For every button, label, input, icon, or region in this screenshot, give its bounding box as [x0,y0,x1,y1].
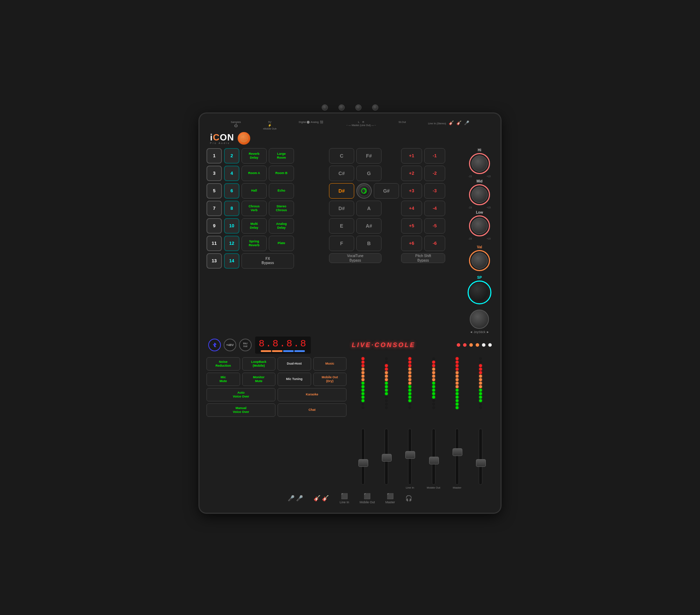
pitch-plus-2[interactable]: +2 [401,166,422,181]
svg-point-4 [362,188,366,193]
num-btn-10[interactable]: 10 [224,218,239,234]
note-btn-csharp[interactable]: C# [329,166,354,181]
num-btn-8[interactable]: 8 [224,201,239,216]
fx-btn-multi-delay[interactable]: MultiDelay [241,218,267,234]
fx-btn-stereo-chrous[interactable]: StereoChrous [269,201,294,216]
num-btn-1[interactable]: 1 [206,148,222,164]
note-btn-g[interactable]: G [356,166,382,181]
pitch-plus-5[interactable]: +5 [401,218,422,234]
note-btn-c[interactable]: C [329,148,354,164]
noise-reduction-button[interactable]: NoiseReduction [206,357,240,371]
fx-btn-plate[interactable]: Plate [269,236,294,251]
loopback-mobile-button[interactable]: LoopBack(Mobile) [242,357,276,371]
fx-btn-room-b[interactable]: Room B [269,166,294,181]
fx-btn-analog-delay[interactable]: AnalogDelay [269,218,294,234]
pitch-plus-4[interactable]: +4 [401,201,422,216]
num-btn-7[interactable]: 7 [206,201,222,216]
note-btn-asharp[interactable]: A# [356,218,382,234]
pitch-minus-3[interactable]: -3 [424,183,445,199]
auto-voice-over-button[interactable]: AutoVoice Over [206,388,275,401]
note-btn-dsharp-1[interactable]: D# [329,183,354,199]
num-btn-5[interactable]: 5 [206,183,222,199]
music-button[interactable]: Music [313,357,347,371]
fader-channel-mobileout: Mobile Out [422,357,444,489]
pitch-minus-2[interactable]: -2 [424,166,445,181]
num-btn-4[interactable]: 4 [224,166,239,181]
encoder-button[interactable] [356,183,372,199]
num-btn-13[interactable]: 13 [206,253,222,269]
pitch-minus-5[interactable]: -5 [424,218,445,234]
fader-handle-headphone[interactable] [476,459,486,467]
mic-mute-button[interactable]: MicMute [206,373,240,386]
mobileout-bottom-label: Mobile Out [359,500,375,504]
fader-track-headphone [479,429,482,485]
note-section: C F# C# G D# [329,148,399,263]
pitch-plus-3[interactable]: +3 [401,183,422,199]
chat-button[interactable]: Chat [278,403,346,417]
note-btn-f[interactable]: F [329,236,354,251]
mic-tuning-button[interactable]: Mic Tuning [278,373,311,386]
logo-area: iCON Pro Audio [206,130,493,148]
pitch-plus-1[interactable]: +1 [401,148,422,164]
manual-voice-over-button[interactable]: ManualVoice Over [206,403,275,417]
pitch-minus-1[interactable]: -1 [424,148,445,164]
num-btn-2[interactable]: 2 [224,148,239,164]
joystick-label: ◄ JoyStick ► [470,330,489,334]
note-btn-gsharp[interactable]: G# [374,183,399,199]
fx-btn-echo[interactable]: Echo [269,183,294,199]
pitch-shift-bypass-button[interactable]: Pitch ShiftBypass [401,253,445,263]
karaoke-button[interactable]: Karaoke [278,388,346,401]
icon-mobileout-group: ⬛ Mobile Out [359,493,375,504]
fader-channel-linein: Line In [399,357,421,489]
fader-handle-master[interactable] [453,448,462,456]
vocaltune-bypass-button[interactable]: VocalTuneBypass [329,253,382,263]
monitor-mute-button[interactable]: MonitorMute [242,373,276,386]
num-btn-3[interactable]: 3 [206,166,222,181]
note-btn-dsharp-2[interactable]: D# [329,201,354,216]
ctrl-row-1: NoiseReduction LoopBack(Mobile) Dual-Hos… [206,357,346,371]
fx-btn-spring-reverb[interactable]: SpringReverb [241,236,267,251]
fx-btn-chrous-verb[interactable]: ChrousVerb [241,201,267,216]
pitch-minus-4[interactable]: -4 [424,201,445,216]
fx-btn-room-a[interactable]: Room A [241,166,267,181]
fader-track-mobileout [432,429,435,485]
fader-track-linein [408,429,412,485]
eq-hi-knob[interactable] [471,156,488,172]
eq-sp-knob[interactable] [470,283,488,301]
num-btn-12[interactable]: 12 [224,236,239,251]
note-row-3: D# [329,183,399,199]
note-btn-a[interactable]: A [356,201,382,216]
num-btn-6[interactable]: 6 [224,183,239,199]
eq-mid-group: Mid -15 +15 [468,179,491,209]
fader-handle-mobileout[interactable] [429,457,439,464]
note-btn-fsharp[interactable]: F# [356,148,382,164]
eq-mid-knob[interactable] [471,187,488,203]
mic-inst-button[interactable]: Mic/Inst [239,339,252,351]
fx-btn-large-room[interactable]: LargeRoom [269,148,294,164]
fader-handle-linein[interactable] [405,451,415,459]
fx-btn-reverb-delay[interactable]: ReverbDelay [241,148,267,164]
top-port-labels: Samples ⏻ 5V ⚡ •Mobile Out• Digital ⬤ An… [206,120,493,130]
fx-bypass-button[interactable]: FXBypass [241,253,294,269]
dual-host-button[interactable]: Dual-Host [278,357,311,371]
eq-low-knob[interactable] [471,218,488,234]
fader-handle-guitar[interactable] [382,454,392,462]
port-knob-4 [372,104,378,111]
num-btn-9[interactable]: 9 [206,218,222,234]
num-btn-11[interactable]: 11 [206,236,222,251]
num-btn-14[interactable]: 14 [224,253,239,269]
pitch-plus-6[interactable]: +6 [401,236,422,251]
fader-handle-mic[interactable] [358,459,368,467]
fader-track-mic [361,429,365,485]
fx-btn-hall[interactable]: Hall [241,183,267,199]
eq-val-knob[interactable] [471,253,488,269]
joystick-knob[interactable] [470,310,489,329]
num-row-5: 9 10 [206,218,239,234]
bluetooth-button[interactable] [208,339,221,351]
note-btn-b[interactable]: B [356,236,382,251]
pitch-minus-6[interactable]: -6 [424,236,445,251]
num-row-2: 3 4 [206,166,239,181]
phantom-power-button[interactable]: +48V [224,339,236,351]
mobile-out-dry-button[interactable]: Mobile Out(Dry) [313,373,347,386]
note-btn-e[interactable]: E [329,218,354,234]
